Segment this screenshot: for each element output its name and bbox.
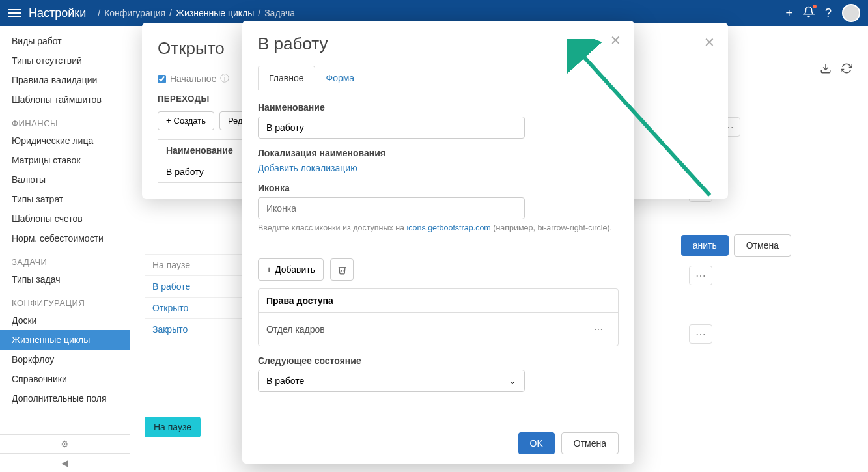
download-icon[interactable] xyxy=(820,62,832,77)
app-title: Настройки xyxy=(29,7,86,20)
close-icon[interactable]: ✕ xyxy=(704,35,715,50)
icon-docs-link[interactable]: icons.getbootstrap.com xyxy=(407,223,491,232)
tab-main[interactable]: Главное xyxy=(258,66,315,90)
transitions-table: Наименование В работу xyxy=(158,139,255,183)
state-link[interactable]: Закрыто xyxy=(145,319,249,340)
sidebar-item[interactable]: Дополнительные поля xyxy=(0,389,130,408)
sidebar-group-label: КОНФИГУРАЦИЯ xyxy=(0,289,130,311)
state-link[interactable]: В работе xyxy=(145,276,249,298)
sidebar-item-active[interactable]: Жизненные циклы xyxy=(0,330,130,350)
sidebar-item[interactable]: Шаблоны таймшитов xyxy=(0,90,130,109)
help-icon[interactable]: ? xyxy=(825,7,832,20)
state-link[interactable]: На паузе xyxy=(145,254,249,276)
modal-title: В работу xyxy=(258,34,619,54)
sidebar-item[interactable]: Валюты xyxy=(0,170,130,189)
breadcrumb-item[interactable]: Жизненные циклы xyxy=(176,8,254,18)
modal-transition: ✕ В работу Главное Форма Наименование Ло… xyxy=(242,21,634,464)
save-button[interactable]: анить xyxy=(681,235,729,256)
add-icon[interactable]: + xyxy=(785,7,792,20)
sidebar-item[interactable]: Матрицы ставок xyxy=(0,150,130,170)
sidebar-item[interactable]: Типы задач xyxy=(0,270,130,289)
sidebar-item[interactable]: Воркфлоу xyxy=(0,350,130,369)
breadcrumb-item[interactable]: Задача xyxy=(264,8,295,18)
sidebar-item[interactable]: Виды работ xyxy=(0,31,130,51)
ok-button[interactable]: OK xyxy=(518,432,555,454)
create-button[interactable]: +Создать xyxy=(158,111,214,130)
breadcrumb: / Конфигурация / Жизненные циклы / Задач… xyxy=(94,8,295,18)
plus-icon: + xyxy=(266,264,272,275)
sidebar-item[interactable]: Юридические лица xyxy=(0,131,130,150)
sidebar-item[interactable]: Типы отсутствий xyxy=(0,51,130,70)
avatar[interactable] xyxy=(842,4,860,22)
plus-icon: + xyxy=(166,116,171,126)
refresh-icon[interactable] xyxy=(841,62,852,77)
delete-button[interactable] xyxy=(330,258,354,281)
next-state-select[interactable]: В работе ⌄ xyxy=(258,370,525,392)
name-input[interactable] xyxy=(258,117,525,139)
breadcrumb-item[interactable]: Конфигурация xyxy=(104,8,165,18)
row-actions-button[interactable]: ⋯ xyxy=(689,266,712,285)
sidebar-group-label: ЗАДАЧИ xyxy=(0,248,130,270)
bell-icon[interactable] xyxy=(803,6,815,21)
sidebar: Виды работ Типы отсутствий Правила валид… xyxy=(0,26,130,472)
sidebar-item[interactable]: Шаблоны счетов xyxy=(0,209,130,229)
add-localization-link[interactable]: Добавить локализацию xyxy=(258,163,357,173)
settings-icon[interactable]: ⚙ xyxy=(0,435,130,454)
chevron-down-icon: ⌄ xyxy=(509,376,516,386)
tabs: Главное Форма xyxy=(258,66,619,90)
tab-form[interactable]: Форма xyxy=(315,66,366,90)
help-hint-icon[interactable]: ⓘ xyxy=(220,73,229,85)
cancel-button[interactable]: Отмена xyxy=(561,432,619,454)
localization-label: Локализация наименования xyxy=(258,148,619,158)
row-actions-button[interactable]: ⋯ xyxy=(587,320,610,339)
rights-row[interactable]: Отдел кадров ⋯ xyxy=(259,313,618,346)
sidebar-item[interactable]: Норм. себестоимости xyxy=(0,229,130,248)
transition-row[interactable]: В работу xyxy=(158,161,255,183)
icon-hint: Введите класс иконки из доступных на ico… xyxy=(258,223,619,232)
initial-label: Начальное xyxy=(170,74,216,84)
name-label: Наименование xyxy=(258,102,619,113)
row-actions-button[interactable]: ⋯ xyxy=(689,324,712,344)
menu-toggle[interactable] xyxy=(8,7,21,20)
icon-input[interactable] xyxy=(258,197,525,219)
initial-checkbox[interactable] xyxy=(158,75,166,83)
state-link[interactable]: Открыто xyxy=(145,298,249,319)
sidebar-item[interactable]: Правила валидации xyxy=(0,70,130,90)
icon-label: Иконка xyxy=(258,183,619,193)
next-state-label: Следующее состояние xyxy=(258,355,619,366)
add-button[interactable]: +Добавить xyxy=(258,258,324,281)
sidebar-group-label: ФИНАНСЫ xyxy=(0,109,130,131)
col-name-header: Наименование xyxy=(158,140,255,161)
sidebar-item[interactable]: Справочники xyxy=(0,369,130,389)
collapse-sidebar-icon[interactable]: ◀ xyxy=(0,454,130,472)
close-icon[interactable]: ✕ xyxy=(610,33,621,48)
state-badge[interactable]: На паузе xyxy=(145,417,201,437)
sidebar-item[interactable]: Типы затрат xyxy=(0,189,130,209)
rights-header: Права доступа xyxy=(259,289,618,313)
sidebar-item[interactable]: Доски xyxy=(0,311,130,330)
cancel-button[interactable]: Отмена xyxy=(734,234,791,257)
rights-table: Права доступа Отдел кадров ⋯ xyxy=(258,288,619,346)
